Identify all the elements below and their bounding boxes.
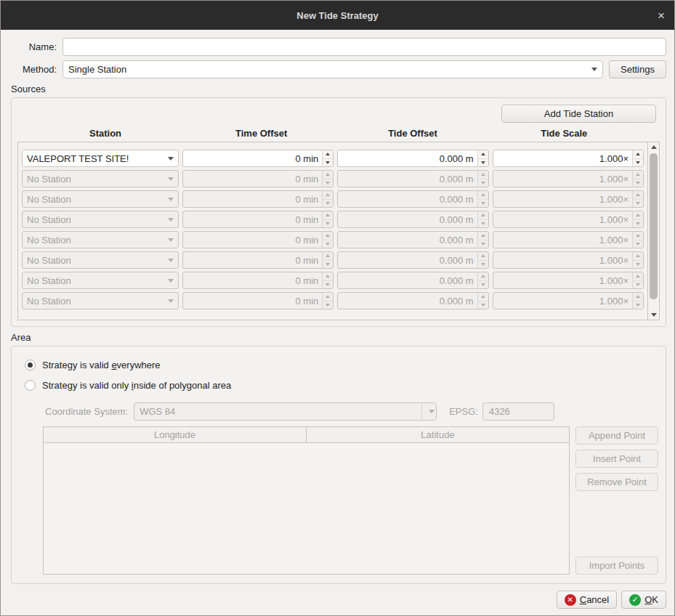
spin-up-icon[interactable] — [478, 293, 488, 301]
tide-offset-spinbox[interactable]: 0.000 m — [337, 272, 488, 289]
spinner-buttons[interactable] — [322, 293, 333, 309]
spin-down-icon[interactable] — [478, 200, 488, 208]
time-offset-spinbox[interactable]: 0 min — [182, 272, 334, 289]
spinner-buttons[interactable] — [322, 272, 333, 288]
spin-up-icon[interactable] — [633, 232, 643, 240]
station-combo[interactable]: No Station — [22, 170, 179, 187]
radio-valid-polygon[interactable] — [25, 380, 36, 391]
time-offset-spinbox[interactable]: 0 min — [182, 170, 334, 187]
spin-up-icon[interactable] — [323, 211, 333, 220]
tide-offset-spinbox[interactable]: 0.000 m — [337, 251, 488, 269]
spinner-buttons[interactable] — [322, 232, 333, 248]
spinner-buttons[interactable] — [322, 191, 333, 207]
spin-down-icon[interactable] — [478, 220, 488, 228]
spin-down-icon[interactable] — [323, 261, 333, 269]
tide-scale-spinbox[interactable]: 1.000× — [493, 251, 644, 269]
station-combo[interactable]: No Station — [22, 211, 179, 228]
spin-down-icon[interactable] — [323, 281, 333, 289]
spinner-buttons[interactable] — [322, 211, 333, 227]
spin-down-icon[interactable] — [478, 179, 488, 187]
station-combo[interactable]: No Station — [22, 251, 179, 269]
spin-down-icon[interactable] — [323, 220, 333, 228]
close-icon[interactable]: × — [658, 9, 665, 22]
tide-scale-spinbox[interactable]: 1.000× — [493, 190, 644, 208]
tide-offset-spinbox[interactable]: 0.000 m — [337, 150, 488, 167]
station-combo[interactable]: No Station — [22, 292, 179, 309]
tide-scale-spinbox[interactable]: 1.000× — [493, 170, 644, 187]
spinner-buttons[interactable] — [322, 150, 333, 166]
method-combo[interactable]: Single Station — [62, 60, 603, 78]
spin-up-icon[interactable] — [633, 272, 643, 281]
radio-valid-everywhere[interactable] — [25, 360, 36, 370]
spinner-buttons[interactable] — [322, 252, 333, 268]
spinner-buttons[interactable] — [632, 150, 643, 166]
spinner-buttons[interactable] — [632, 232, 643, 248]
spin-down-icon[interactable] — [633, 240, 643, 248]
spin-up-icon[interactable] — [478, 252, 488, 261]
spin-down-icon[interactable] — [478, 261, 488, 269]
tide-scale-spinbox[interactable]: 1.000× — [493, 150, 644, 167]
spin-up-icon[interactable] — [323, 150, 333, 159]
spin-up-icon[interactable] — [478, 232, 488, 240]
settings-button[interactable]: Settings — [609, 60, 666, 78]
spin-down-icon[interactable] — [323, 159, 333, 167]
spinner-buttons[interactable] — [322, 171, 333, 187]
spin-down-icon[interactable] — [323, 200, 333, 208]
add-tide-station-button[interactable]: Add Tide Station — [501, 105, 656, 123]
station-combo[interactable]: No Station — [22, 272, 179, 289]
titlebar[interactable]: New Tide Strategy × — [1, 1, 674, 30]
spin-down-icon[interactable] — [633, 281, 643, 289]
time-offset-spinbox[interactable]: 0 min — [182, 211, 334, 228]
spin-up-icon[interactable] — [478, 211, 488, 220]
spin-down-icon[interactable] — [323, 179, 333, 187]
tide-offset-spinbox[interactable]: 0.000 m — [337, 190, 488, 208]
tide-scale-spinbox[interactable]: 1.000× — [493, 231, 644, 248]
tide-scale-spinbox[interactable]: 1.000× — [493, 292, 644, 309]
scrollbar-thumb[interactable] — [650, 153, 658, 299]
spin-up-icon[interactable] — [633, 191, 643, 200]
spin-up-icon[interactable] — [633, 293, 643, 301]
spin-up-icon[interactable] — [323, 272, 333, 281]
spin-down-icon[interactable] — [323, 240, 333, 248]
spin-down-icon[interactable] — [478, 281, 488, 289]
tide-offset-spinbox[interactable]: 0.000 m — [337, 170, 488, 187]
tide-scale-spinbox[interactable]: 1.000× — [493, 211, 644, 228]
spin-up-icon[interactable] — [478, 171, 488, 179]
spinner-buttons[interactable] — [477, 211, 488, 227]
spin-down-icon[interactable] — [478, 240, 488, 248]
spin-down-icon[interactable] — [633, 220, 643, 228]
spin-down-icon[interactable] — [323, 301, 333, 309]
station-combo[interactable]: VALEPORT TEST SITE! — [22, 150, 179, 167]
spin-up-icon[interactable] — [633, 171, 643, 179]
spinner-buttons[interactable] — [632, 293, 643, 309]
ok-button[interactable]: OK — [621, 591, 666, 609]
station-combo[interactable]: No Station — [22, 231, 179, 248]
spin-up-icon[interactable] — [323, 252, 333, 261]
spin-up-icon[interactable] — [478, 272, 488, 281]
spinner-buttons[interactable] — [477, 293, 488, 309]
spin-up-icon[interactable] — [323, 171, 333, 179]
time-offset-spinbox[interactable]: 0 min — [182, 292, 334, 309]
spin-down-icon[interactable] — [633, 261, 643, 269]
spinner-buttons[interactable] — [477, 272, 488, 288]
time-offset-spinbox[interactable]: 0 min — [182, 251, 334, 269]
station-combo[interactable]: No Station — [22, 190, 179, 208]
scroll-down-icon[interactable] — [648, 310, 659, 320]
spin-up-icon[interactable] — [633, 252, 643, 261]
time-offset-spinbox[interactable]: 0 min — [182, 231, 334, 248]
spinner-buttons[interactable] — [632, 191, 643, 207]
tide-offset-spinbox[interactable]: 0.000 m — [337, 292, 488, 309]
spinner-buttons[interactable] — [632, 171, 643, 187]
spin-up-icon[interactable] — [323, 293, 333, 301]
spin-down-icon[interactable] — [633, 200, 643, 208]
spin-down-icon[interactable] — [478, 159, 488, 167]
spin-up-icon[interactable] — [633, 150, 643, 159]
spinner-buttons[interactable] — [477, 150, 488, 166]
spinner-buttons[interactable] — [477, 252, 488, 268]
spinner-buttons[interactable] — [632, 252, 643, 268]
time-offset-spinbox[interactable]: 0 min — [182, 150, 334, 167]
scrollbar-track[interactable] — [648, 152, 659, 310]
spinner-buttons[interactable] — [477, 171, 488, 187]
scroll-up-icon[interactable] — [648, 142, 659, 152]
spinner-buttons[interactable] — [632, 211, 643, 227]
